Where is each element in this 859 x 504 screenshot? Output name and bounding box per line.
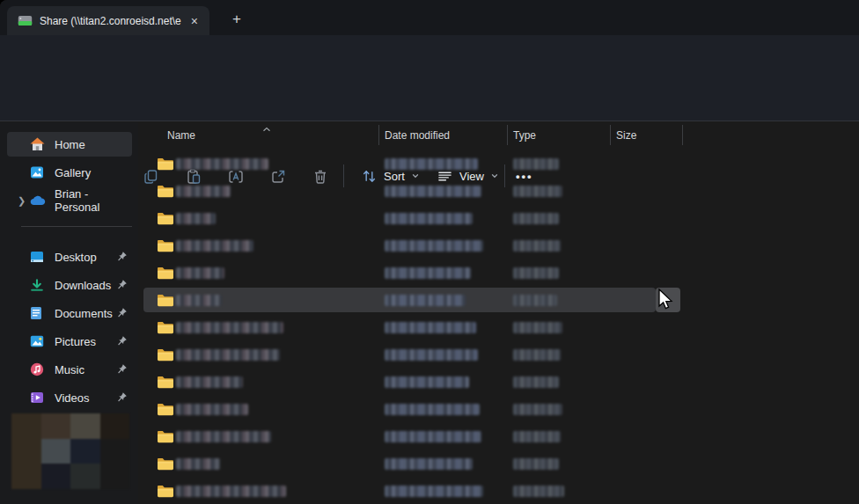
sidebar-item-gallery[interactable]: Gallery <box>7 160 132 185</box>
column-header-size[interactable]: Size <box>616 129 636 142</box>
redacted-file-name <box>176 158 268 170</box>
pictures-icon <box>30 335 46 347</box>
column-resize-handle[interactable] <box>507 125 508 145</box>
redacted-date-modified <box>385 349 478 361</box>
pin-icon[interactable] <box>116 335 128 349</box>
redacted-type <box>513 376 559 388</box>
pin-icon[interactable] <box>116 279 128 293</box>
chevron-right-icon[interactable]: ❯ <box>18 195 26 207</box>
redacted-tile <box>100 413 130 439</box>
redacted-type <box>513 404 562 415</box>
file-list <box>143 150 859 504</box>
folder-icon <box>157 430 174 447</box>
sidebar-item-home[interactable]: Home <box>7 132 132 157</box>
sidebar-item-brian-personal[interactable]: ❯Brian - Personal <box>7 188 132 213</box>
column-resize-handle[interactable] <box>682 125 683 145</box>
sidebar-item-label: Documents <box>55 307 113 320</box>
column-header-row: Name Date modified Type Size <box>143 122 859 148</box>
redacted-file-name <box>176 186 231 197</box>
folder-icon <box>157 321 174 338</box>
redacted-file-name <box>176 349 280 361</box>
file-row[interactable] <box>143 478 859 504</box>
folder-icon <box>157 348 174 365</box>
file-row[interactable] <box>143 150 859 178</box>
file-row[interactable] <box>143 423 859 450</box>
file-row[interactable] <box>143 178 859 205</box>
sidebar-item-label: Home <box>55 138 85 151</box>
redacted-type <box>513 431 561 442</box>
sidebar-item-label: Brian - Personal <box>55 187 132 214</box>
new-tab-button[interactable]: + <box>227 9 246 30</box>
folder-icon <box>157 457 174 474</box>
redacted-file-name <box>176 240 253 252</box>
redacted-type <box>513 267 559 279</box>
pin-icon[interactable] <box>116 251 128 265</box>
redacted-tile <box>70 464 100 489</box>
redacted-type <box>513 322 562 333</box>
file-row[interactable] <box>143 450 859 478</box>
sidebar-item-downloads[interactable]: Downloads <box>7 273 132 297</box>
file-row[interactable] <box>143 205 859 232</box>
file-row[interactable] <box>143 341 859 369</box>
redacted-date-modified <box>385 404 480 415</box>
redacted-file-name <box>176 431 271 442</box>
redacted-tile <box>11 464 41 489</box>
file-explorer-window: Share (\\titan2.conroeisd.net\e × + ← → … <box>0 0 859 504</box>
redacted-type <box>513 458 559 470</box>
mouse-cursor <box>657 289 674 315</box>
redacted-type <box>513 186 562 197</box>
column-resize-handle[interactable] <box>378 125 379 145</box>
sidebar-item-documents[interactable]: Documents <box>7 301 132 325</box>
drive-icon <box>18 15 33 26</box>
redacted-date-modified <box>385 295 466 306</box>
file-row[interactable] <box>143 396 859 423</box>
redacted-type <box>513 486 564 497</box>
column-header-name[interactable]: Name <box>167 129 195 142</box>
redacted-date-modified <box>385 376 469 388</box>
redacted-file-name <box>176 267 224 279</box>
redacted-date-modified <box>385 186 481 197</box>
folder-icon <box>157 212 174 229</box>
explorer-tab[interactable]: Share (\\titan2.conroeisd.net\e × <box>7 6 209 35</box>
desktop-icon <box>30 250 46 264</box>
redacted-tile <box>41 464 71 489</box>
redacted-tile <box>100 464 130 489</box>
redacted-date-modified <box>385 240 483 252</box>
sidebar-item-desktop[interactable]: Desktop <box>7 245 132 269</box>
redacted-file-name <box>176 404 248 415</box>
redacted-tile <box>100 439 130 464</box>
sidebar-divider <box>21 226 132 227</box>
address-bar: ← → ↑ › This PC › Share (\\titan2.conroe… <box>0 35 859 77</box>
file-row[interactable] <box>143 232 859 259</box>
redacted-sidebar-items[interactable] <box>11 413 129 489</box>
folder-icon <box>157 267 174 283</box>
redacted-type <box>513 158 559 170</box>
file-row[interactable] <box>143 314 859 341</box>
file-row[interactable] <box>143 287 859 314</box>
sidebar-item-videos[interactable]: Videos <box>7 385 132 410</box>
sidebar-item-pictures[interactable]: Pictures <box>7 329 132 354</box>
file-row[interactable] <box>143 369 859 396</box>
folder-icon <box>157 157 174 174</box>
file-row[interactable] <box>143 259 859 287</box>
redacted-date-modified <box>385 213 473 224</box>
redacted-type <box>513 295 557 306</box>
tab-close-icon[interactable]: × <box>187 14 202 28</box>
column-header-date-modified[interactable]: Date modified <box>385 129 450 142</box>
column-header-type[interactable]: Type <box>513 129 536 142</box>
sidebar-item-label: Pictures <box>55 335 96 348</box>
sidebar-item-music[interactable]: Music <box>7 357 132 382</box>
pin-icon[interactable] <box>116 391 128 405</box>
column-resize-handle[interactable] <box>610 125 611 145</box>
redacted-date-modified <box>385 267 471 279</box>
redacted-tile <box>41 413 71 439</box>
redacted-date-modified <box>385 486 483 497</box>
pin-icon[interactable] <box>116 363 128 377</box>
redacted-tile <box>70 439 100 464</box>
folder-icon <box>157 239 174 256</box>
pin-icon[interactable] <box>116 307 128 321</box>
redacted-type <box>513 213 559 224</box>
redacted-tile <box>70 413 100 439</box>
sidebar-item-label: Videos <box>55 391 90 405</box>
folder-icon <box>157 294 174 310</box>
